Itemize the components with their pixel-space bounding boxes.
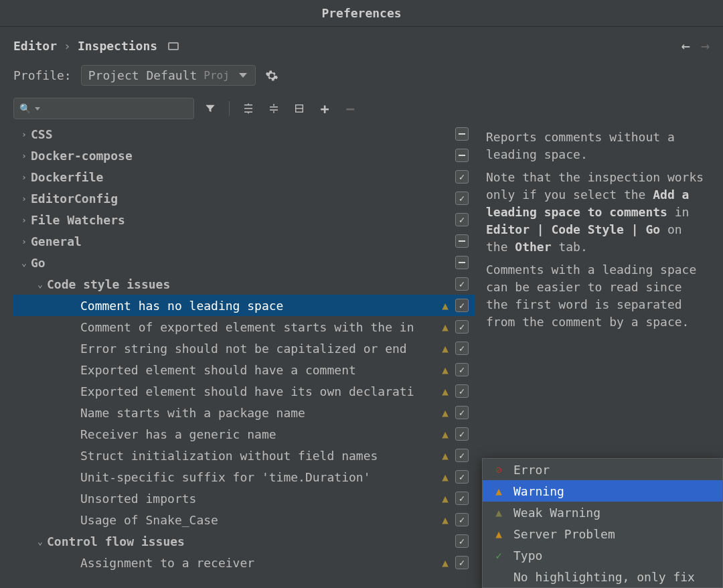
filter-button[interactable] — [201, 99, 220, 118]
item-label: Assignment to a receiver — [80, 556, 254, 570]
chevron-right-icon[interactable]: › — [17, 151, 31, 161]
checkbox[interactable]: ✓ — [455, 406, 469, 419]
checkbox[interactable] — [455, 149, 469, 162]
inspection-group[interactable]: ⌄Go — [13, 252, 475, 273]
checkbox[interactable]: ✓ — [455, 513, 469, 526]
severity-option-label: Weak Warning — [513, 506, 600, 520]
chevron-down-icon[interactable]: ⌄ — [33, 536, 47, 546]
inspection-item[interactable]: Exported element should have its own dec… — [13, 380, 475, 402]
reset-defaults-icon[interactable] — [168, 42, 179, 50]
expand-all-button[interactable] — [239, 99, 258, 118]
collapse-all-button[interactable] — [264, 99, 283, 118]
profile-select[interactable]: Project Default Proj — [81, 65, 256, 86]
gear-icon[interactable] — [265, 69, 278, 82]
warning-icon: ▲ — [442, 514, 449, 526]
severity-option-label: Server Problem — [513, 527, 615, 541]
checkbox[interactable]: ✓ — [455, 363, 469, 376]
inspection-group[interactable]: ⌄Code style issues✓ — [13, 273, 475, 295]
window-title: Preferences — [0, 0, 723, 27]
inspection-item[interactable]: Assignment to a receiver▲✓ — [13, 552, 475, 573]
warning-icon: ▲ — [442, 449, 449, 462]
search-input[interactable]: 🔍 — [13, 98, 194, 119]
chevron-down-icon — [239, 73, 247, 78]
inspection-group[interactable]: ›EditorConfig✓ — [13, 188, 475, 209]
checkbox[interactable] — [455, 256, 469, 269]
checkbox[interactable]: ✓ — [455, 449, 469, 462]
item-label: Exported element should have a comment — [80, 363, 356, 377]
inspection-group[interactable]: ›Dockerfile✓ — [13, 166, 475, 188]
inspection-item[interactable]: Struct initialization without field name… — [13, 445, 475, 466]
warning-icon: ▲ — [442, 557, 449, 569]
severity-option[interactable]: No highlighting, only fix — [483, 566, 722, 587]
warning-icon: ▲ — [442, 428, 449, 441]
severity-option-label: Error — [513, 463, 550, 477]
item-label: Docker-compose — [31, 149, 133, 163]
inspection-group[interactable]: ›General — [13, 230, 475, 252]
item-label: Comment of exported element starts with … — [80, 320, 414, 334]
server-icon: ▲ — [492, 528, 505, 540]
severity-option[interactable]: ✓Typo — [483, 544, 722, 566]
inspection-item[interactable]: Name starts with a package name▲✓ — [13, 402, 475, 423]
inspection-group[interactable]: ›Docker-compose — [13, 145, 475, 166]
inspection-item[interactable]: Comment has no leading space▲✓ — [13, 295, 475, 316]
checkbox[interactable]: ✓ — [455, 320, 469, 334]
chevron-right-icon[interactable]: › — [17, 194, 31, 204]
inspection-item[interactable]: Unsorted imports▲✓ — [13, 488, 475, 509]
checkbox[interactable]: ✓ — [455, 492, 469, 505]
checkbox[interactable]: ✓ — [455, 342, 469, 355]
item-label: File Watchers — [31, 213, 125, 227]
item-label: Exported element should have its own dec… — [80, 384, 414, 398]
warning-icon: ▲ — [442, 342, 449, 355]
severity-popup[interactable]: ⊘Error▲Warning▲Weak Warning▲Server Probl… — [482, 458, 723, 588]
severity-option[interactable]: ▲Server Problem — [483, 523, 722, 544]
inspection-item[interactable]: Exported element should have a comment▲✓ — [13, 359, 475, 380]
severity-option[interactable]: ▲Weak Warning — [483, 502, 722, 523]
checkbox[interactable] — [455, 234, 469, 248]
nav-back-button[interactable]: ← — [681, 38, 690, 54]
breadcrumb: Editor › Inspections — [13, 39, 179, 53]
inspection-item[interactable]: Receiver has a generic name▲✓ — [13, 423, 475, 445]
breadcrumb-section[interactable]: Editor — [13, 39, 57, 53]
item-label: EditorConfig — [31, 192, 118, 206]
checkbox[interactable]: ✓ — [455, 556, 469, 569]
severity-option-label: Warning — [513, 484, 564, 498]
checkbox[interactable]: ✓ — [455, 299, 469, 312]
chevron-right-icon[interactable]: › — [17, 236, 31, 246]
chevron-right-icon[interactable]: › — [17, 129, 31, 139]
profile-value: Project Default — [88, 68, 197, 82]
checkbox[interactable]: ✓ — [455, 470, 469, 484]
warning-icon: ▲ — [442, 364, 449, 376]
inspection-item[interactable]: Error string should not be capitalized o… — [13, 338, 475, 359]
severity-option[interactable]: ⊘Error — [483, 459, 722, 480]
chevron-down-icon[interactable]: ⌄ — [33, 279, 47, 289]
inspection-group[interactable]: ›File Watchers✓ — [13, 209, 475, 230]
checkbox[interactable]: ✓ — [455, 192, 469, 205]
checkbox[interactable]: ✓ — [455, 427, 469, 441]
checkbox[interactable]: ✓ — [455, 277, 469, 291]
remove-button: − — [341, 99, 359, 118]
breadcrumb-sub: Inspections — [78, 39, 157, 53]
inspection-tree[interactable]: ›CSS›Docker-compose›Dockerfile✓›EditorCo… — [13, 123, 475, 580]
inspection-group[interactable]: ⌄Control flow issues✓ — [13, 530, 475, 552]
inspection-item[interactable]: Usage of Snake_Case▲✓ — [13, 509, 475, 530]
inspection-item[interactable]: Comment of exported element starts with … — [13, 316, 475, 338]
warning-icon: ▲ — [442, 492, 449, 505]
checkbox[interactable]: ✓ — [455, 170, 469, 183]
reset-button[interactable] — [290, 99, 309, 118]
chevron-right-icon[interactable]: › — [17, 172, 31, 182]
checkbox[interactable]: ✓ — [455, 213, 469, 226]
chevron-right-icon[interactable]: › — [17, 215, 31, 225]
inspection-group[interactable]: ›CSS — [13, 123, 475, 145]
item-label: Unsorted imports — [80, 492, 196, 506]
search-history-icon[interactable] — [35, 107, 40, 111]
item-label: Receiver has a generic name — [80, 427, 276, 441]
severity-option[interactable]: ▲Warning — [483, 480, 722, 502]
checkbox[interactable]: ✓ — [455, 534, 469, 548]
checkbox[interactable]: ✓ — [455, 384, 469, 398]
severity-option-label: No highlighting, only fix — [513, 570, 695, 584]
inspection-item[interactable]: Unit-specific suffix for 'time.Duration'… — [13, 466, 475, 488]
item-label: Control flow issues — [47, 534, 185, 548]
checkbox[interactable] — [455, 127, 469, 141]
add-button[interactable]: + — [315, 99, 334, 118]
chevron-down-icon[interactable]: ⌄ — [17, 258, 31, 268]
